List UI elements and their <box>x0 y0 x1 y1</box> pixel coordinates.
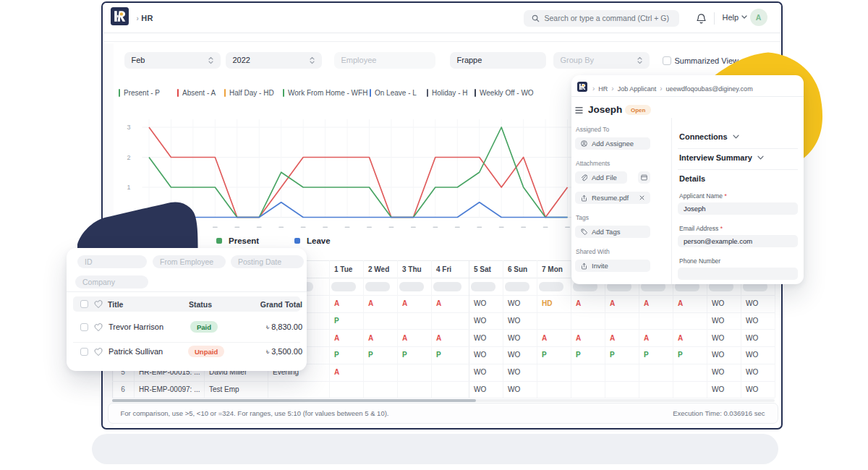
divider <box>67 291 307 292</box>
attendance-cell: WO <box>741 381 775 398</box>
attendance-cell: WO <box>503 364 537 381</box>
row-title[interactable]: Patrick Sullivan <box>109 347 163 356</box>
attendance-cell: P <box>571 346 605 364</box>
crumb-hr[interactable]: HR <box>598 85 608 93</box>
column-filter-input[interactable] <box>331 282 356 291</box>
attendance-cell <box>571 312 605 330</box>
attendance-cell: A <box>397 295 431 312</box>
column-filter-input[interactable] <box>471 282 495 291</box>
company-filter-input[interactable]: Company <box>75 275 148 289</box>
attendance-cell <box>605 312 639 330</box>
day-column-header[interactable]: 3 Thu <box>397 260 431 278</box>
invite-button[interactable]: Invite <box>575 260 650 272</box>
interview-summary-section[interactable]: Interview Summary <box>679 153 764 162</box>
resume-attachment[interactable]: Resume.pdf <box>575 192 650 204</box>
remove-attachment-icon[interactable] <box>639 195 644 200</box>
attendance-cell: A <box>329 329 363 346</box>
attendance-cell: A <box>639 295 673 312</box>
attendance-cell <box>397 312 431 330</box>
row-title[interactable]: Trevor Harrison <box>109 322 163 331</box>
posting-date-filter-input[interactable]: Posting Date <box>231 255 304 268</box>
add-file-button[interactable]: Add File <box>575 171 627 184</box>
status-legend-item: Half Day - HD <box>224 88 274 98</box>
row-index: 6 <box>112 381 134 398</box>
grand-total-column-header[interactable]: Grand Total <box>237 300 302 309</box>
connections-section[interactable]: Connections <box>679 132 739 141</box>
crumb-job-applicant[interactable]: Job Applicant <box>618 85 657 93</box>
column-filter-input[interactable] <box>505 282 529 291</box>
day-column-header[interactable]: 6 Sun <box>503 260 537 278</box>
attendance-cell: P <box>329 346 363 364</box>
attendance-cell: WO <box>741 346 775 364</box>
tags-label: Tags <box>576 214 589 221</box>
share-up-icon <box>581 195 587 202</box>
day-column-header[interactable]: 1 Tue <box>329 260 363 278</box>
attendance-cell: A <box>329 295 363 312</box>
legend-label: Weekly Off - WO <box>480 89 534 97</box>
heart-icon[interactable] <box>94 348 103 356</box>
resume-label: Resume.pdf <box>592 194 629 202</box>
attach-library-button[interactable] <box>638 171 650 184</box>
row-amount: ৳ 8,830.00 <box>237 322 302 332</box>
status-legend-item: Holiday - H <box>427 88 467 98</box>
legend-label: Half Day - HD <box>229 89 274 97</box>
from-employee-filter-input[interactable]: From Employee <box>153 255 226 268</box>
attendance-cell: P <box>329 312 363 330</box>
add-tags-button[interactable]: Add Tags <box>575 226 650 238</box>
attendance-cell <box>431 381 469 398</box>
status-legend-item: Absent - A <box>177 88 216 98</box>
add-assignee-button[interactable]: Add Assignee <box>575 137 650 150</box>
column-filter-input[interactable] <box>539 282 563 291</box>
select-all-checkbox[interactable] <box>80 300 88 308</box>
attendance-cell: WO <box>469 346 503 364</box>
horizontal-scrollbar-thumb[interactable] <box>112 399 476 402</box>
menu-icon[interactable] <box>575 107 583 114</box>
divider <box>571 96 804 97</box>
attendance-cell: WO <box>707 312 741 330</box>
add-assignee-label: Add Assignee <box>592 140 634 148</box>
tag-icon <box>581 228 587 235</box>
chart-legend-item[interactable]: Present <box>216 236 259 245</box>
attendance-cell: P <box>397 346 431 364</box>
attendance-cell: WO <box>503 346 537 364</box>
crumb-applicant-email[interactable]: ueewdfoqoubas@diginey.com <box>666 85 753 93</box>
execution-time: Execution Time: 0.036916 sec <box>673 409 765 417</box>
row-checkbox[interactable] <box>80 348 88 356</box>
legend-label: Present - P <box>124 89 160 97</box>
company-placeholder: Company <box>82 278 115 286</box>
status-column-header[interactable]: Status <box>189 300 212 309</box>
attendance-cell: WO <box>503 329 537 346</box>
heart-icon[interactable] <box>94 323 103 332</box>
column-filter-input[interactable] <box>399 282 424 291</box>
job-applicant-card: ›HR ›Job Applicant ›ueewdfoqoubas@digine… <box>571 75 804 284</box>
day-column-header[interactable]: 5 Sat <box>469 260 503 278</box>
add-tags-label: Add Tags <box>592 228 620 236</box>
attendance-cell: A <box>397 329 431 346</box>
day-column-header[interactable]: 7 Mon <box>537 260 571 278</box>
row-checkbox[interactable] <box>80 323 88 331</box>
id-filter-input[interactable]: ID <box>77 255 147 268</box>
column-filter-input[interactable] <box>365 282 390 291</box>
applicant-name-input[interactable]: Joseph <box>678 202 798 215</box>
attendance-cell: WO <box>469 381 503 398</box>
day-column-header[interactable]: 2 Wed <box>363 260 397 278</box>
legend-label: Work From Home - WFH <box>288 89 367 97</box>
phone-number-input[interactable] <box>678 268 798 280</box>
column-filter-input[interactable] <box>433 282 461 291</box>
attendance-cell <box>363 364 397 381</box>
divider <box>73 342 300 343</box>
heart-icon[interactable] <box>94 300 103 309</box>
email-address-input[interactable]: person@example.com <box>678 235 798 247</box>
status-legend-item: Weekly Off - WO <box>475 88 534 98</box>
posting-date-placeholder: Posting Date <box>238 257 281 266</box>
hr-logo-small[interactable] <box>577 82 587 92</box>
attendance-cell <box>571 364 605 381</box>
title-column-header[interactable]: Title <box>108 300 123 309</box>
status-badge-unpaid: Unpaid <box>188 346 224 357</box>
attendance-cell: A <box>571 295 605 312</box>
invite-label: Invite <box>592 262 608 270</box>
row-id[interactable]: HR-EMP-00097: ... <box>134 381 204 398</box>
chart-legend-item[interactable]: Leave <box>294 236 331 245</box>
day-column-header[interactable]: 4 Fri <box>431 260 469 278</box>
from-employee-placeholder: From Employee <box>160 257 213 266</box>
